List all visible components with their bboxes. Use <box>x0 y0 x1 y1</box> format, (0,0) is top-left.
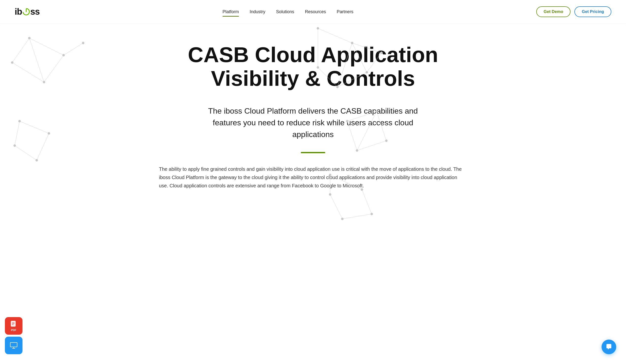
get-pricing-button[interactable]: Get Pricing <box>574 6 611 17</box>
nav-ctas: Get Demo Get Pricing <box>536 6 611 17</box>
svg-point-10 <box>43 81 45 83</box>
svg-line-29 <box>357 141 386 150</box>
nav-links: Platform Industry Solutions Resources Pa… <box>223 9 353 14</box>
chat-icon <box>605 343 613 351</box>
nav-link-solutions[interactable]: Solutions <box>276 9 294 15</box>
svg-point-21 <box>317 27 319 30</box>
hero-subtitle: The iboss Cloud Platform delivers the CA… <box>205 105 421 140</box>
svg-point-52 <box>36 159 38 162</box>
svg-line-4 <box>29 38 44 82</box>
svg-point-44 <box>341 218 344 220</box>
svg-line-39 <box>330 195 342 219</box>
get-demo-button[interactable]: Get Demo <box>536 6 571 17</box>
svg-point-12 <box>11 61 13 64</box>
svg-line-5 <box>64 43 83 55</box>
nav-item-industry[interactable]: Industry <box>250 9 265 14</box>
svg-line-37 <box>362 190 372 214</box>
svg-line-3 <box>44 55 64 82</box>
svg-point-35 <box>356 149 358 152</box>
navbar: ib ss Platform Industry Solutions Resour… <box>0 0 626 24</box>
svg-line-38 <box>342 214 372 219</box>
logo[interactable]: ib ss <box>15 7 39 17</box>
nav-link-industry[interactable]: Industry <box>250 9 265 15</box>
svg-point-51 <box>48 132 50 134</box>
svg-point-8 <box>28 37 31 39</box>
logo-power-icon <box>22 8 30 16</box>
main-content: .nd { fill: #c8c8c8; } .nl { stroke: #d0… <box>0 0 626 364</box>
nav-item-partners[interactable]: Partners <box>337 9 353 14</box>
nav-link-partners[interactable]: Partners <box>337 9 353 15</box>
nav-link-resources[interactable]: Resources <box>305 9 326 15</box>
svg-point-9 <box>62 54 65 56</box>
nav-item-solutions[interactable]: Solutions <box>276 9 294 14</box>
svg-line-6 <box>12 38 29 63</box>
pdf-icon <box>10 321 17 328</box>
svg-point-45 <box>329 193 331 196</box>
hero-body: The ability to apply fine grained contro… <box>154 165 472 190</box>
nav-link-platform[interactable]: Platform <box>223 9 239 15</box>
monitor-button[interactable] <box>5 337 23 354</box>
svg-rect-59 <box>10 342 17 347</box>
hero-section: .nd { fill: #c8c8c8; } .nl { stroke: #d0… <box>0 24 626 364</box>
svg-line-47 <box>37 133 49 160</box>
pdf-button[interactable]: PDF <box>5 317 23 335</box>
hero-title: CASB Cloud Application Visibility & Cont… <box>179 43 447 90</box>
svg-point-11 <box>82 42 84 44</box>
monitor-icon <box>9 341 18 350</box>
svg-point-50 <box>18 120 21 122</box>
svg-line-49 <box>15 121 20 146</box>
hero-divider <box>301 152 325 153</box>
svg-line-46 <box>20 121 49 133</box>
svg-line-48 <box>15 146 37 160</box>
nav-item-resources[interactable]: Resources <box>305 9 326 14</box>
svg-point-43 <box>370 213 373 215</box>
svg-line-13 <box>318 28 352 43</box>
chat-widget[interactable] <box>602 340 616 354</box>
nav-item-platform[interactable]: Platform <box>223 9 239 14</box>
svg-line-7 <box>12 63 44 82</box>
floating-buttons: PDF <box>5 317 23 354</box>
pdf-label: PDF <box>11 329 16 331</box>
svg-point-53 <box>13 144 16 147</box>
svg-line-2 <box>29 38 64 55</box>
